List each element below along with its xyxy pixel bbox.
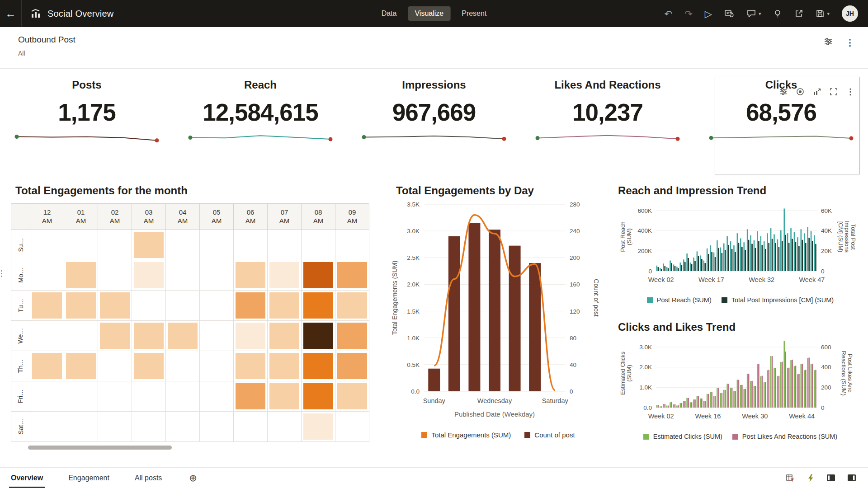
heatmap-cell[interactable] [166, 381, 200, 412]
day-bar[interactable] [509, 246, 521, 391]
week-bar[interactable] [774, 368, 775, 408]
canvas-tab-overview[interactable]: Overview [9, 468, 45, 488]
week-bar[interactable] [698, 396, 699, 408]
week-bar[interactable] [792, 239, 793, 271]
tab-visualize[interactable]: Visualize [408, 6, 450, 21]
heatmap-cell[interactable] [166, 412, 200, 442]
week-bar[interactable] [780, 230, 782, 271]
heatmap-cell[interactable] [200, 351, 234, 381]
week-bar[interactable] [671, 263, 672, 271]
week-bar[interactable] [673, 404, 675, 408]
week-bar[interactable] [703, 261, 704, 271]
heatmap-cell[interactable] [335, 291, 369, 321]
heatmap-cell[interactable] [268, 321, 302, 351]
week-bar[interactable] [725, 250, 726, 271]
heatmap-cell[interactable] [98, 321, 132, 351]
week-bar[interactable] [747, 374, 748, 408]
week-bar[interactable] [770, 356, 772, 408]
week-bar[interactable] [715, 396, 716, 408]
legend-item[interactable]: Post Reach (SUM) [647, 296, 712, 304]
heatmap-cell[interactable] [98, 291, 132, 321]
heatmap-cell[interactable] [335, 260, 369, 291]
week-bar[interactable] [717, 388, 718, 408]
week-bar[interactable] [802, 240, 803, 271]
week-bar[interactable] [801, 229, 802, 271]
week-bar[interactable] [658, 405, 659, 408]
week-bar[interactable] [767, 370, 768, 408]
week-bar[interactable] [782, 241, 783, 271]
week-bar[interactable] [668, 406, 669, 408]
legend-item[interactable]: Count of post [524, 431, 575, 439]
week-bar[interactable] [693, 258, 694, 271]
heatmap-cell[interactable] [234, 412, 268, 442]
kpi-tile-impressions[interactable]: Impressions 967,669 [347, 69, 521, 177]
week-bar[interactable] [700, 255, 701, 271]
week-bar[interactable] [731, 249, 733, 271]
heatmap-cell[interactable] [268, 381, 302, 412]
heatmap-cell[interactable] [166, 321, 200, 351]
add-canvas-icon[interactable]: ⊕ [189, 473, 197, 483]
week-bar[interactable] [811, 364, 812, 408]
week-bar[interactable] [762, 376, 763, 408]
week-bar[interactable] [735, 252, 736, 271]
week-bar[interactable] [798, 246, 800, 271]
week-bar[interactable] [738, 380, 740, 408]
week-bar[interactable] [686, 253, 688, 271]
week-bar[interactable] [691, 264, 693, 271]
week-bar[interactable] [765, 382, 766, 408]
week-bar[interactable] [743, 242, 745, 271]
heatmap-cell[interactable] [30, 351, 64, 381]
week-bar[interactable] [713, 396, 715, 408]
week-bar[interactable] [740, 385, 741, 408]
week-bar[interactable] [760, 376, 762, 408]
week-bar[interactable] [768, 243, 769, 271]
heatmap-cell[interactable] [64, 381, 98, 412]
spark-bolt-icon[interactable] [807, 474, 815, 483]
heatmap-cell[interactable] [64, 291, 98, 321]
back-button[interactable]: ← [0, 0, 22, 27]
week-bar[interactable] [726, 236, 728, 271]
week-bar[interactable] [710, 392, 711, 408]
legend-item[interactable]: Total Engagements (SUM) [421, 431, 511, 439]
heatmap-cell[interactable] [200, 260, 234, 291]
week-bar[interactable] [812, 241, 813, 271]
week-bar[interactable] [794, 232, 795, 271]
save-chevron-down-icon[interactable]: ▾ [827, 11, 830, 16]
week-bar[interactable] [688, 258, 689, 271]
kpi-tile-clicks[interactable]: Clicks ⋮ 68,576 [694, 69, 868, 177]
day-bar[interactable] [468, 223, 480, 391]
heatmap-cell[interactable] [98, 260, 132, 291]
heatmap-cell[interactable] [234, 381, 268, 412]
week-bar[interactable] [780, 362, 782, 408]
heatmap-cell[interactable] [30, 291, 64, 321]
week-bar[interactable] [782, 361, 783, 408]
heatmap-cell[interactable] [268, 351, 302, 381]
week-bar[interactable] [722, 393, 723, 408]
week-bar[interactable] [777, 239, 778, 271]
week-bar[interactable] [757, 364, 758, 408]
heatmap-cell[interactable] [200, 230, 234, 260]
week-bar[interactable] [804, 233, 805, 271]
heatmap-cell[interactable] [200, 291, 234, 321]
week-bar[interactable] [676, 267, 678, 271]
week-bar[interactable] [785, 352, 786, 408]
week-bar[interactable] [790, 228, 792, 271]
week-bar[interactable] [664, 266, 665, 271]
week-bar[interactable] [708, 254, 709, 271]
week-bar[interactable] [787, 233, 788, 271]
week-bar[interactable] [681, 265, 683, 271]
week-bar[interactable] [720, 248, 722, 271]
week-bar[interactable] [708, 394, 709, 408]
heatmap-cell[interactable] [64, 230, 98, 260]
week-bar[interactable] [775, 243, 776, 271]
week-bar[interactable] [797, 237, 798, 271]
week-bar[interactable] [750, 235, 751, 271]
week-bar[interactable] [733, 245, 735, 271]
week-bar[interactable] [735, 391, 736, 408]
day-bar[interactable] [428, 369, 440, 391]
week-bar[interactable] [723, 390, 725, 408]
week-bar[interactable] [686, 398, 688, 408]
week-bar[interactable] [656, 405, 658, 408]
heatmap-cell[interactable] [335, 230, 369, 260]
week-bar[interactable] [728, 384, 729, 408]
